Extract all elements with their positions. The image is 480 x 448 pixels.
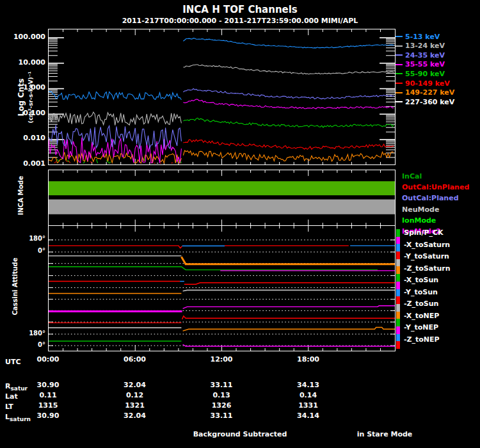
attitude-panel-label: Cassini Attitude xyxy=(12,248,19,325)
ephemeris-value: 0.11 xyxy=(39,391,56,399)
ephemeris-row-label-main: L xyxy=(5,413,10,421)
attitude-vector-label: -Y_toNEP xyxy=(404,323,438,333)
legend-label: 227-360 keV xyxy=(405,98,454,106)
tof-ytick-label: 0.001 xyxy=(0,159,45,168)
mode-panel-label: INCA Mode xyxy=(17,161,24,231)
tof-ytick-label: 0.010 xyxy=(0,134,45,142)
cassini-attitude-chart xyxy=(49,226,395,351)
utc-time-label: 06:00 xyxy=(124,355,146,364)
utc-axis-label: UTC xyxy=(5,358,21,366)
tof-ytick-label: 1.000 xyxy=(0,83,45,92)
attitude-line xyxy=(184,283,395,284)
ephemeris-value: 1321 xyxy=(125,401,145,410)
tof-channels-panel xyxy=(48,29,396,165)
legend-color-dash xyxy=(396,101,403,102)
tof-series-90-149-keV xyxy=(183,140,394,149)
attitude-color-scale-segment xyxy=(396,274,400,282)
tof-series-35-55-keV xyxy=(183,99,394,109)
legend-color-dash xyxy=(396,83,403,84)
footer-note-stare-mode: in Stare Mode xyxy=(357,430,413,438)
legend-label: 149-227 keV xyxy=(405,88,454,97)
ephemeris-value: 0.12 xyxy=(126,391,143,399)
attitude-color-scale-segment xyxy=(396,237,400,244)
mode-bar xyxy=(49,181,395,195)
mode-legend-item: OutCal:UnPlaned xyxy=(402,183,469,193)
attitude-color-scale-segment xyxy=(396,319,400,326)
ephemeris-row-label: Lsaturn xyxy=(5,413,31,422)
attitude-color-scale-segment xyxy=(396,289,400,297)
attitude-line xyxy=(181,257,395,264)
legend-color-dash xyxy=(396,92,403,93)
attitude-axis-label: 180° xyxy=(0,330,45,337)
attitude-color-scale-segment xyxy=(396,312,400,319)
ephemeris-value: 1331 xyxy=(298,401,318,410)
ephemeris-value: 30.90 xyxy=(37,381,60,389)
attitude-axis-label: 0° xyxy=(0,247,45,254)
mode-legend-item: InCal xyxy=(402,172,422,182)
ephemeris-value: 1326 xyxy=(212,401,232,410)
ephemeris-value: 33.11 xyxy=(211,412,233,420)
ephemeris-row-label-sub: satur xyxy=(10,385,28,392)
ephemeris-row-label: Rsatur xyxy=(5,382,28,392)
ephemeris-value: 32.04 xyxy=(124,381,146,389)
attitude-vector-label: -X_toSaturn xyxy=(404,241,450,250)
attitude-vector-label: -Z_toSaturn xyxy=(404,264,451,274)
attitude-color-scale-segment xyxy=(396,244,400,252)
tof-legend-item: 55-90 keV xyxy=(396,69,445,78)
attitude-color-scale-segment xyxy=(396,259,400,267)
mode-bar xyxy=(49,200,395,214)
inca-mode-panel xyxy=(48,170,396,226)
tof-series-13-24-keV xyxy=(183,65,394,74)
legend-label: 5-13 keV xyxy=(405,33,440,41)
tof-legend-item: 24-35 keV xyxy=(396,51,445,60)
legend-label: 13-24 keV xyxy=(405,42,445,50)
ephemeris-value: 1315 xyxy=(38,401,58,410)
attitude-axis-label: 180° xyxy=(0,235,45,242)
attitude-color-scale-segment xyxy=(396,296,400,304)
legend-color-dash xyxy=(396,45,403,47)
attitude-line xyxy=(49,246,182,248)
time-range-subtitle: 2011-217T00:00:00.000 - 2011-217T23:59:0… xyxy=(0,17,480,25)
attitude-line xyxy=(183,327,395,331)
tof-series-90-149-keV xyxy=(54,161,173,163)
attitude-vector-label: -X_toSun xyxy=(404,276,438,285)
attitude-vector-label: -Y_toSun xyxy=(404,288,438,298)
tof-series-55-90-keV xyxy=(183,118,394,127)
ephemeris-value: 32.04 xyxy=(124,412,146,420)
ephemeris-row-label-sub: saturn xyxy=(10,416,31,422)
tof-ytick-label: 100.000 xyxy=(0,33,45,41)
tof-ytick-label: 0.100 xyxy=(0,109,45,117)
inca-tof-plot-screen: INCA H TOF Channels 2011-217T00:00:00.00… xyxy=(0,0,480,448)
tof-ytick-label: 10.000 xyxy=(0,58,45,67)
attitude-color-scale-segment xyxy=(396,341,400,349)
tof-series-24-35-keV xyxy=(183,89,394,99)
tof-series-149-227-keV xyxy=(183,150,394,161)
ephemeris-row-label-main: Lat xyxy=(5,392,18,401)
attitude-line xyxy=(49,267,378,270)
legend-color-dash xyxy=(396,73,403,74)
page-title: INCA H TOF Channels xyxy=(0,4,480,15)
attitude-color-scale-segment xyxy=(396,252,400,259)
utc-time-label: 12:00 xyxy=(210,355,232,364)
attitude-vector-label: -Z_toNEP xyxy=(404,335,440,345)
ephemeris-value: 0.14 xyxy=(300,391,317,399)
tof-legend-item: 149-227 keV xyxy=(396,88,454,97)
ephemeris-row-label: Lat xyxy=(5,392,18,401)
ephemeris-row-label: LT xyxy=(5,403,13,411)
ephemeris-value: 34.13 xyxy=(297,381,319,389)
legend-color-dash xyxy=(396,36,403,37)
footer-note-background-subtracted: Background Subtracted xyxy=(193,430,287,438)
tof-legend-item: 5-13 keV xyxy=(396,32,440,41)
ephemeris-value: 33.11 xyxy=(211,381,233,389)
legend-label: 55-90 keV xyxy=(405,70,445,78)
tof-legend-item: 227-360 keV xyxy=(396,97,454,106)
tof-legend-item: 35-55 keV xyxy=(396,60,445,69)
cassini-attitude-panel xyxy=(48,225,396,351)
inca-mode-chart xyxy=(49,170,395,225)
attitude-color-scale-segment xyxy=(396,304,400,312)
attitude-color-scale-segment xyxy=(396,334,400,342)
legend-color-dash xyxy=(396,64,403,65)
tof-series-5-13-keV xyxy=(183,38,394,48)
attitude-color-scale-segment xyxy=(396,229,400,237)
mode-legend-item: IonMode xyxy=(402,216,436,226)
